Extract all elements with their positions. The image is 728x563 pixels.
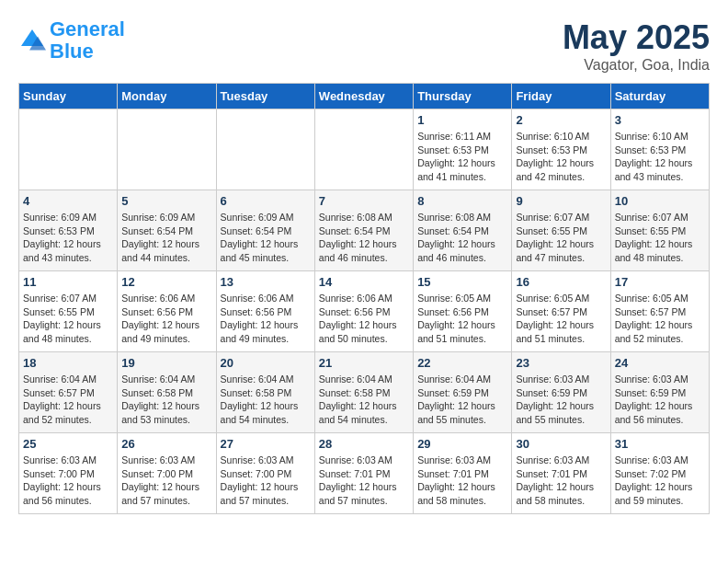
day-number: 5 (121, 194, 211, 208)
calendar-cell: 22Sunrise: 6:04 AM Sunset: 6:59 PM Dayli… (414, 352, 512, 433)
calendar-table: SundayMondayTuesdayWednesdayThursdayFrid… (18, 83, 710, 514)
location: Vagator, Goa, India (563, 57, 710, 74)
day-info: Sunrise: 6:07 AM Sunset: 6:55 PM Dayligh… (516, 211, 606, 265)
day-number: 19 (121, 356, 211, 370)
day-number: 28 (319, 437, 409, 451)
weekday-row: SundayMondayTuesdayWednesdayThursdayFrid… (19, 84, 710, 109)
calendar-cell: 19Sunrise: 6:04 AM Sunset: 6:58 PM Dayli… (118, 352, 216, 433)
calendar-week-row: 1Sunrise: 6:11 AM Sunset: 6:53 PM Daylig… (19, 109, 710, 190)
day-number: 17 (615, 275, 705, 289)
day-info: Sunrise: 6:10 AM Sunset: 6:53 PM Dayligh… (516, 130, 606, 184)
calendar-cell: 27Sunrise: 6:03 AM Sunset: 7:00 PM Dayli… (216, 433, 314, 514)
calendar-cell: 25Sunrise: 6:03 AM Sunset: 7:00 PM Dayli… (19, 433, 118, 514)
day-number: 23 (516, 356, 606, 370)
day-info: Sunrise: 6:08 AM Sunset: 6:54 PM Dayligh… (319, 211, 409, 265)
logo-text: GeneralBlue (50, 18, 125, 63)
day-info: Sunrise: 6:07 AM Sunset: 6:55 PM Dayligh… (615, 211, 705, 265)
day-number: 3 (615, 113, 705, 127)
calendar-week-row: 25Sunrise: 6:03 AM Sunset: 7:00 PM Dayli… (19, 433, 710, 514)
calendar-cell: 30Sunrise: 6:03 AM Sunset: 7:01 PM Dayli… (512, 433, 610, 514)
day-number: 14 (319, 275, 409, 289)
day-info: Sunrise: 6:06 AM Sunset: 6:56 PM Dayligh… (221, 292, 311, 346)
day-info: Sunrise: 6:03 AM Sunset: 7:01 PM Dayligh… (417, 454, 507, 508)
day-info: Sunrise: 6:03 AM Sunset: 7:02 PM Dayligh… (615, 454, 705, 508)
day-number: 24 (615, 356, 705, 370)
calendar-cell: 17Sunrise: 6:05 AM Sunset: 6:57 PM Dayli… (610, 271, 709, 352)
day-info: Sunrise: 6:03 AM Sunset: 6:59 PM Dayligh… (516, 373, 606, 427)
day-info: Sunrise: 6:03 AM Sunset: 6:59 PM Dayligh… (615, 373, 705, 427)
day-info: Sunrise: 6:04 AM Sunset: 6:58 PM Dayligh… (121, 373, 211, 427)
logo: GeneralBlue (18, 18, 125, 63)
weekday-header: Tuesday (216, 84, 314, 109)
calendar-cell: 13Sunrise: 6:06 AM Sunset: 6:56 PM Dayli… (216, 271, 314, 352)
day-info: Sunrise: 6:05 AM Sunset: 6:57 PM Dayligh… (615, 292, 705, 346)
day-info: Sunrise: 6:03 AM Sunset: 7:01 PM Dayligh… (516, 454, 606, 508)
calendar-cell: 20Sunrise: 6:04 AM Sunset: 6:58 PM Dayli… (216, 352, 314, 433)
page-header: GeneralBlue May 2025 Vagator, Goa, India (18, 18, 710, 74)
weekday-header: Friday (512, 84, 610, 109)
day-info: Sunrise: 6:09 AM Sunset: 6:54 PM Dayligh… (221, 211, 311, 265)
calendar-cell: 15Sunrise: 6:05 AM Sunset: 6:56 PM Dayli… (414, 271, 512, 352)
calendar-cell: 14Sunrise: 6:06 AM Sunset: 6:56 PM Dayli… (314, 271, 413, 352)
day-info: Sunrise: 6:04 AM Sunset: 6:58 PM Dayligh… (221, 373, 311, 427)
calendar-header: SundayMondayTuesdayWednesdayThursdayFrid… (19, 84, 710, 109)
calendar-cell: 16Sunrise: 6:05 AM Sunset: 6:57 PM Dayli… (512, 271, 610, 352)
day-info: Sunrise: 6:09 AM Sunset: 6:54 PM Dayligh… (121, 211, 211, 265)
day-number: 11 (23, 275, 113, 289)
month-title: May 2025 (563, 18, 710, 57)
calendar-cell (19, 109, 118, 190)
day-number: 13 (221, 275, 311, 289)
calendar-cell (314, 109, 413, 190)
calendar-body: 1Sunrise: 6:11 AM Sunset: 6:53 PM Daylig… (19, 109, 710, 514)
logo-icon (18, 27, 46, 54)
calendar-cell: 18Sunrise: 6:04 AM Sunset: 6:57 PM Dayli… (19, 352, 118, 433)
calendar-cell: 11Sunrise: 6:07 AM Sunset: 6:55 PM Dayli… (19, 271, 118, 352)
day-number: 27 (221, 437, 311, 451)
day-info: Sunrise: 6:08 AM Sunset: 6:54 PM Dayligh… (417, 211, 507, 265)
calendar-cell: 31Sunrise: 6:03 AM Sunset: 7:02 PM Dayli… (610, 433, 709, 514)
day-info: Sunrise: 6:04 AM Sunset: 6:58 PM Dayligh… (319, 373, 409, 427)
day-info: Sunrise: 6:03 AM Sunset: 7:01 PM Dayligh… (319, 454, 409, 508)
day-number: 30 (516, 437, 606, 451)
calendar-cell: 26Sunrise: 6:03 AM Sunset: 7:00 PM Dayli… (118, 433, 216, 514)
day-number: 8 (417, 194, 507, 208)
day-number: 18 (23, 356, 113, 370)
day-number: 26 (121, 437, 211, 451)
day-info: Sunrise: 6:03 AM Sunset: 7:00 PM Dayligh… (221, 454, 311, 508)
day-info: Sunrise: 6:09 AM Sunset: 6:53 PM Dayligh… (23, 211, 113, 265)
day-info: Sunrise: 6:03 AM Sunset: 7:00 PM Dayligh… (23, 454, 113, 508)
day-info: Sunrise: 6:04 AM Sunset: 6:59 PM Dayligh… (417, 373, 507, 427)
weekday-header: Wednesday (314, 84, 413, 109)
weekday-header: Monday (118, 84, 216, 109)
calendar-cell: 12Sunrise: 6:06 AM Sunset: 6:56 PM Dayli… (118, 271, 216, 352)
calendar-cell: 24Sunrise: 6:03 AM Sunset: 6:59 PM Dayli… (610, 352, 709, 433)
day-number: 10 (615, 194, 705, 208)
calendar-cell (216, 109, 314, 190)
day-info: Sunrise: 6:05 AM Sunset: 6:56 PM Dayligh… (417, 292, 507, 346)
calendar-cell (118, 109, 216, 190)
calendar-week-row: 4Sunrise: 6:09 AM Sunset: 6:53 PM Daylig… (19, 190, 710, 271)
calendar-cell: 5Sunrise: 6:09 AM Sunset: 6:54 PM Daylig… (118, 190, 216, 271)
day-info: Sunrise: 6:06 AM Sunset: 6:56 PM Dayligh… (319, 292, 409, 346)
calendar-cell: 4Sunrise: 6:09 AM Sunset: 6:53 PM Daylig… (19, 190, 118, 271)
calendar-cell: 3Sunrise: 6:10 AM Sunset: 6:53 PM Daylig… (610, 109, 709, 190)
day-number: 7 (319, 194, 409, 208)
day-number: 9 (516, 194, 606, 208)
calendar-cell: 21Sunrise: 6:04 AM Sunset: 6:58 PM Dayli… (314, 352, 413, 433)
day-number: 1 (417, 113, 507, 127)
day-number: 29 (417, 437, 507, 451)
weekday-header: Thursday (414, 84, 512, 109)
day-number: 12 (121, 275, 211, 289)
calendar-cell: 10Sunrise: 6:07 AM Sunset: 6:55 PM Dayli… (610, 190, 709, 271)
calendar-cell: 6Sunrise: 6:09 AM Sunset: 6:54 PM Daylig… (216, 190, 314, 271)
day-info: Sunrise: 6:10 AM Sunset: 6:53 PM Dayligh… (615, 130, 705, 184)
day-number: 16 (516, 275, 606, 289)
calendar-cell: 28Sunrise: 6:03 AM Sunset: 7:01 PM Dayli… (314, 433, 413, 514)
calendar-week-row: 18Sunrise: 6:04 AM Sunset: 6:57 PM Dayli… (19, 352, 710, 433)
day-number: 31 (615, 437, 705, 451)
weekday-header: Saturday (610, 84, 709, 109)
day-number: 2 (516, 113, 606, 127)
calendar-cell: 23Sunrise: 6:03 AM Sunset: 6:59 PM Dayli… (512, 352, 610, 433)
day-info: Sunrise: 6:03 AM Sunset: 7:00 PM Dayligh… (121, 454, 211, 508)
weekday-header: Sunday (19, 84, 118, 109)
